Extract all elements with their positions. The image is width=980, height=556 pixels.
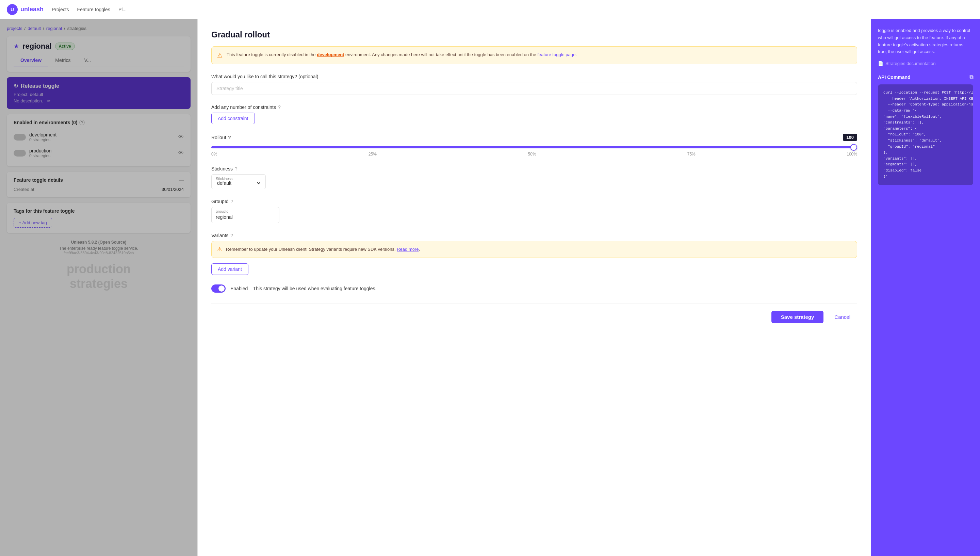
label-100: 100%: [847, 152, 857, 157]
rollout-value-badge: 100: [843, 134, 857, 141]
groupid-section: GroupId ? groupId: [211, 199, 857, 223]
label-25: 25%: [368, 152, 377, 157]
modal-panel: Gradual rollout ⚠ This feature toggle is…: [197, 19, 871, 556]
release-toggle-title: Release toggle: [21, 83, 59, 89]
strategy-title-section: What would you like to call this strateg…: [211, 74, 857, 95]
active-badge: Active: [55, 42, 75, 50]
stickiness-help-icon: ?: [235, 166, 237, 171]
env-name-development: development: [29, 132, 57, 137]
constraints-section: Add any number of constraints ? Add cons…: [211, 105, 857, 124]
add-tag-button[interactable]: + Add new tag: [14, 218, 52, 228]
stickiness-select-container: Stickiness default userId sessionId rand…: [211, 174, 266, 189]
top-navigation: U unleash Projects Feature toggles Pl...: [0, 0, 980, 19]
breadcrumb: projects / default / regional / strategi…: [7, 26, 191, 31]
env-name-production: production: [29, 148, 52, 154]
tab-overview[interactable]: Overview: [14, 55, 48, 66]
version-info: Unleash 5.8.2 (Open Source) The enterpri…: [7, 240, 191, 255]
stickiness-select[interactable]: default userId sessionId random: [216, 180, 262, 186]
enable-toggle[interactable]: [211, 284, 226, 293]
variants-read-more-link[interactable]: Read more: [397, 247, 418, 252]
groupid-field-label: groupId: [216, 209, 228, 213]
environments-help-icon: ?: [79, 120, 85, 125]
save-strategy-button[interactable]: Save strategy: [772, 311, 824, 323]
rollout-help-icon: ?: [228, 135, 231, 140]
variants-section: Variants ? ⚠ Remember to update your Unl…: [211, 233, 857, 275]
rollout-slider-labels: 0% 25% 50% 75% 100%: [211, 152, 857, 157]
details-collapse-icon[interactable]: —: [179, 177, 184, 183]
left-panel: projects / default / regional / strategi…: [0, 19, 197, 556]
doc-icon: 📄: [878, 61, 883, 66]
enable-toggle-thumb: [218, 286, 224, 292]
enable-row: Enabled – This strategy will be used whe…: [211, 284, 857, 293]
env-eye-development[interactable]: 👁: [178, 134, 184, 140]
env-toggle-development[interactable]: [14, 134, 26, 141]
add-variant-button[interactable]: Add variant: [211, 263, 249, 275]
feature-toggle-page-link[interactable]: feature toggle page: [537, 52, 575, 57]
star-icon: ★: [14, 42, 19, 50]
right-panel: toggle is enabled and provides a way to …: [871, 19, 980, 556]
rollout-slider[interactable]: [211, 146, 857, 149]
constraints-label: Add any number of constraints: [211, 105, 276, 110]
feature-header: ★ regional Active Overview Metrics V...: [7, 36, 191, 72]
logo-text: unleash: [20, 6, 44, 13]
nav-feature-toggles[interactable]: Feature toggles: [77, 7, 110, 12]
tab-more[interactable]: V...: [77, 55, 98, 66]
cancel-button[interactable]: Cancel: [828, 311, 857, 323]
warning-banner: ⚠ This feature toggle is currently disab…: [211, 46, 857, 64]
feature-tabs: Overview Metrics V...: [14, 55, 184, 66]
api-command-header: API Command ⧉: [878, 74, 973, 80]
nav-more[interactable]: Pl...: [118, 7, 127, 12]
groupid-container: groupId: [211, 207, 279, 223]
api-command-title: API Command: [878, 74, 911, 80]
strategies-doc-link[interactable]: 📄 Strategies documentation: [878, 61, 973, 66]
add-constraint-button[interactable]: Add constraint: [211, 113, 255, 124]
api-description: toggle is enabled and provides a way to …: [878, 27, 973, 55]
env-toggle-production[interactable]: [14, 150, 26, 157]
version-title: Unleash 5.8.2 (Open Source): [7, 240, 191, 245]
strategy-title-label: What would you like to call this strateg…: [211, 74, 318, 79]
label-50: 50%: [528, 152, 536, 157]
nav-projects[interactable]: Projects: [52, 7, 69, 12]
feature-name: regional: [23, 42, 52, 51]
breadcrumb-projects[interactable]: projects: [7, 26, 23, 31]
groupid-input[interactable]: [216, 214, 275, 220]
created-label: Created at:: [14, 187, 36, 192]
rollout-slider-wrapper: [211, 144, 857, 150]
env-eye-production[interactable]: 👁: [178, 150, 184, 156]
label-0: 0%: [211, 152, 217, 157]
copy-icon[interactable]: ⧉: [969, 74, 973, 80]
tags-title: Tags for this feature toggle: [14, 208, 74, 214]
breadcrumb-strategies: strategies: [67, 26, 86, 31]
logo-icon: U: [7, 4, 18, 15]
breadcrumb-default[interactable]: default: [27, 26, 41, 31]
variants-label: Variants: [211, 233, 228, 238]
release-icon: ↻: [14, 83, 18, 89]
variants-warning-text: Remember to update your Unleash client! …: [226, 246, 420, 253]
stickiness-label: Stickiness: [211, 166, 233, 171]
tags-section: Tags for this feature toggle + Add new t…: [7, 203, 191, 233]
variants-warning-banner: ⚠ Remember to update your Unleash client…: [211, 241, 857, 258]
release-toggle-card: ↻ Release toggle Project: default No des…: [7, 77, 191, 109]
release-toggle-project: Project: default: [14, 92, 184, 97]
tab-metrics[interactable]: Metrics: [48, 55, 77, 66]
logo[interactable]: U unleash: [7, 4, 44, 15]
feature-details-title: Feature toggle details: [14, 177, 63, 183]
rollout-section: Rollout ? 100 0% 25% 50% 75% 100%: [211, 134, 857, 157]
env-count-production: 0 strategies: [29, 154, 52, 158]
enable-text: Enabled – This strategy will be used whe…: [230, 286, 376, 291]
created-value: 30/01/2024: [161, 187, 184, 192]
breadcrumb-sep-3: /: [64, 26, 65, 31]
version-hash: fee99ae3-8894-4c43-90e8-82422519b5cb: [7, 251, 191, 255]
environments-title: Enabled in environments (0): [14, 120, 77, 125]
version-description: The enterprise ready feature toggle serv…: [7, 246, 191, 251]
variants-warning-icon: ⚠: [217, 246, 222, 253]
rollout-label: Rollout ?: [211, 135, 231, 140]
env-row-development: development 0 strategies 👁: [14, 129, 184, 145]
production-strategies-text: production strategies: [7, 262, 191, 291]
strategy-title-input[interactable]: [211, 82, 857, 95]
environments-section: Enabled in environments (0) ? developmen…: [7, 114, 191, 166]
modal-title: Gradual rollout: [211, 30, 857, 39]
api-code: curl --location --request POST 'http://l…: [878, 84, 973, 185]
breadcrumb-regional[interactable]: regional: [46, 26, 62, 31]
feature-details-section: Feature toggle details — Created at: 30/…: [7, 172, 191, 197]
